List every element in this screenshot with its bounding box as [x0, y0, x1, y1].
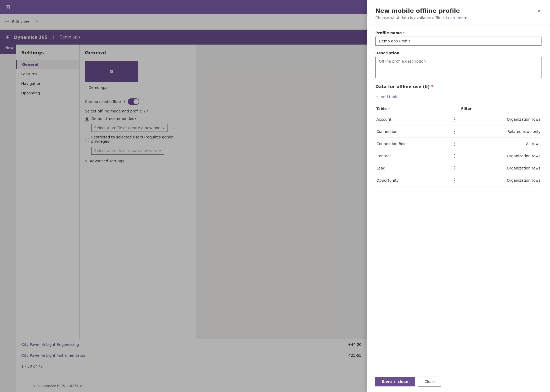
- profile-name-label-text: Profile name: [375, 31, 402, 35]
- table-row-name: Account: [375, 113, 449, 125]
- profile-name-field: Profile name *: [375, 31, 542, 46]
- table-row: Contact ⋮ Organization rows: [375, 150, 542, 162]
- close-button[interactable]: Close: [418, 377, 441, 387]
- table-row-name: Opportunity: [375, 174, 449, 186]
- description-textarea[interactable]: Offline profile description: [375, 57, 542, 78]
- learn-more-link[interactable]: Learn more: [446, 16, 467, 20]
- data-offline-header: Data for offline use (6) *: [375, 84, 542, 89]
- table-row-actions: ⋮: [449, 162, 460, 174]
- add-table-label: Add table: [381, 95, 398, 99]
- modal-title: New mobile offline profile: [375, 7, 467, 14]
- table-row-filter: Related rows only: [460, 125, 542, 138]
- modal-footer: Save + close Close: [367, 371, 550, 392]
- table-col-filter: Filter: [460, 104, 542, 113]
- table-row-name: Contact: [375, 150, 449, 162]
- data-offline-title: Data for offline use (6): [375, 84, 430, 89]
- table-row-filter: Organization rows: [460, 162, 542, 174]
- modal-subtitle: Choose what data is available offline. L…: [375, 16, 467, 20]
- table-row-filter: Organization rows: [460, 113, 542, 125]
- table-row-name: Lead: [375, 162, 449, 174]
- table-col-actions: [449, 104, 460, 113]
- table-header-table: Table: [376, 107, 387, 111]
- table-row: Connection Role ⋮ All rows: [375, 138, 542, 150]
- row-dots-icon[interactable]: ⋮: [450, 116, 459, 122]
- table-row-actions: ⋮: [449, 125, 460, 138]
- table-col-header: Table ↑: [375, 104, 449, 113]
- sort-arrow-icon: ↑: [388, 107, 390, 111]
- row-dots-icon[interactable]: ⋮: [450, 165, 459, 171]
- table-row: Connection ⋮ Related rows only: [375, 125, 542, 138]
- plus-icon: ＋: [375, 94, 379, 99]
- profile-name-required-star: *: [403, 31, 405, 35]
- modal-header: New mobile offline profile Choose what d…: [367, 0, 550, 24]
- table-row: Opportunity ⋮ Organization rows: [375, 174, 542, 186]
- modal-subtitle-text: Choose what data is available offline.: [375, 16, 445, 20]
- offline-data-table: Table ↑ Filter Account ⋮ Organization ro…: [375, 104, 542, 186]
- row-dots-icon[interactable]: ⋮: [450, 153, 459, 159]
- table-row-actions: ⋮: [449, 138, 460, 150]
- table-row: Account ⋮ Organization rows: [375, 113, 542, 125]
- description-label: Description: [375, 51, 542, 55]
- add-table-button[interactable]: ＋ Add table: [375, 93, 398, 100]
- table-row-filter: Organization rows: [460, 174, 542, 186]
- profile-name-label: Profile name *: [375, 31, 542, 35]
- modal-body: Profile name * Description Offline profi…: [367, 24, 550, 371]
- table-row-name: Connection Role: [375, 138, 449, 150]
- data-offline-required: *: [431, 84, 433, 89]
- row-dots-icon[interactable]: ⋮: [450, 129, 459, 134]
- modal-panel: New mobile offline profile Choose what d…: [367, 0, 550, 392]
- table-row-name: Connection: [375, 125, 449, 138]
- modal-close-button[interactable]: ×: [536, 7, 542, 15]
- table-row-actions: ⋮: [449, 150, 460, 162]
- row-dots-icon[interactable]: ⋮: [450, 141, 459, 146]
- save-close-button[interactable]: Save + close: [375, 377, 415, 386]
- table-row-filter: All rows: [460, 138, 542, 150]
- table-row-actions: ⋮: [449, 113, 460, 125]
- table-row-actions: ⋮: [449, 174, 460, 186]
- profile-name-input[interactable]: [375, 37, 542, 46]
- table-row: Lead ⋮ Organization rows: [375, 162, 542, 174]
- description-field: Description Offline profile description: [375, 51, 542, 79]
- row-dots-icon[interactable]: ⋮: [450, 177, 459, 183]
- table-row-filter: Organization rows: [460, 150, 542, 162]
